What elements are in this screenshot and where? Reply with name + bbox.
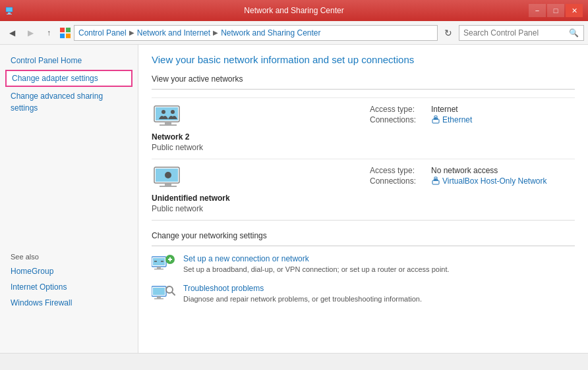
main-layout: Control Panel Home Change adapter settin…: [0, 45, 588, 353]
stat-access-type-1: Access type: Internet: [370, 105, 575, 114]
svg-rect-36: [153, 288, 165, 295]
sidebar-change-adapter[interactable]: Change adapter settings: [5, 70, 132, 87]
svg-rect-1: [8, 13, 11, 14]
setup-connection-svg: [152, 254, 175, 274]
path-control-panel[interactable]: Control Panel: [78, 28, 127, 38]
troubleshoot-svg: [152, 284, 175, 304]
search-input[interactable]: [463, 28, 569, 38]
svg-rect-30: [157, 267, 161, 269]
close-button[interactable]: ✕: [566, 4, 583, 17]
forward-button[interactable]: ▶: [22, 25, 38, 41]
virtualbox-text[interactable]: VirtualBox Host-Only Network: [442, 176, 547, 186]
ethernet-text[interactable]: Ethernet: [442, 115, 472, 124]
network-stats-2: Access type: No network access Connectio…: [370, 166, 575, 213]
window-controls: − □ ✕: [529, 4, 583, 17]
svg-rect-0: [6, 7, 13, 12]
svg-line-40: [172, 292, 175, 295]
up-button[interactable]: ↑: [41, 25, 57, 41]
networking-settings-title: Change your networking settings: [152, 231, 575, 240]
network-type-2: Public network: [152, 204, 357, 213]
networking-settings-section: Change your networking settings: [152, 231, 575, 305]
svg-rect-27: [434, 177, 437, 179]
content-area: View your basic network information and …: [138, 45, 588, 353]
path-sep-2: ▶: [213, 29, 218, 36]
svg-rect-6: [66, 34, 71, 38]
address-path[interactable]: Control Panel ▶ Network and Internet ▶ N…: [74, 25, 438, 41]
network-name-1: Network 2: [152, 132, 357, 142]
refresh-button[interactable]: ↻: [440, 25, 456, 41]
search-box[interactable]: 🔍: [459, 25, 584, 41]
setup-connection-item: Set up a new connection or network Set u…: [152, 254, 575, 275]
connections-label-2: Connections:: [370, 176, 426, 186]
network-monitor-icon-1: [152, 105, 185, 130]
virtualbox-icon: [431, 176, 440, 186]
back-button[interactable]: ◀: [4, 25, 20, 41]
troubleshoot-desc: Diagnose and repair network problems, or…: [183, 295, 422, 303]
stat-connections-2: Connections: VirtualBox Host-Only Networ…: [370, 176, 575, 186]
setup-connection-desc: Set up a broadband, dial-up, or VPN conn…: [183, 265, 450, 273]
svg-rect-5: [60, 34, 65, 38]
svg-rect-38: [154, 298, 163, 300]
see-also-label: See also: [0, 248, 138, 263]
svg-rect-4: [66, 28, 71, 32]
sidebar-control-panel-home[interactable]: Control Panel Home: [0, 53, 138, 68]
access-type-label-2: Access type:: [370, 166, 426, 175]
title-bar-left: [5, 5, 16, 16]
page-title: View your basic network information and …: [152, 54, 575, 65]
network-type-1: Public network: [152, 143, 357, 152]
connections-label-1: Connections:: [370, 115, 426, 124]
sidebar-internet-options[interactable]: Internet Options: [0, 279, 138, 295]
network-monitor-icon-2: [152, 166, 185, 191]
search-icon: 🔍: [569, 28, 579, 38]
divider-1: [152, 89, 575, 90]
table-row: Unidentified network Public network Acce…: [152, 159, 575, 220]
svg-rect-3: [60, 28, 65, 32]
svg-rect-12: [160, 124, 177, 126]
svg-rect-22: [160, 186, 177, 187]
status-bar: [0, 353, 588, 370]
troubleshoot-icon: [152, 284, 175, 304]
path-sep-1: ▶: [129, 29, 134, 36]
stat-access-type-2: Access type: No network access: [370, 166, 575, 175]
svg-rect-34: [169, 257, 171, 261]
setup-connection-link[interactable]: Set up a new connection or network: [183, 254, 450, 263]
setup-connection-icon: [152, 254, 175, 274]
path-network-sharing[interactable]: Network and Sharing Center: [221, 28, 320, 38]
windows-icon: [59, 27, 71, 39]
access-type-value-1: Internet: [431, 105, 458, 114]
svg-point-9: [162, 110, 165, 114]
minimize-button[interactable]: −: [529, 4, 546, 17]
stat-connections-1: Connections: Ethernet: [370, 115, 575, 124]
svg-rect-37: [157, 296, 161, 298]
network-stats-1: Access type: Internet Connections:: [370, 105, 575, 152]
svg-point-10: [171, 110, 175, 114]
table-row: Network 2 Public network Access type: In…: [152, 97, 575, 159]
network-table: Network 2 Public network Access type: In…: [152, 97, 575, 221]
window-title: Network and Sharing Center: [244, 6, 343, 15]
network-info-2: Unidentified network Public network: [152, 166, 370, 213]
app-icon: [5, 5, 16, 16]
svg-rect-2: [7, 14, 12, 14]
access-type-value-2: No network access: [431, 166, 498, 175]
title-bar: Network and Sharing Center − □ ✕: [0, 0, 588, 21]
divider-2: [152, 246, 575, 246]
troubleshoot-item: Troubleshoot problems Diagnose and repai…: [152, 284, 575, 304]
network-name-2: Unidentified network: [152, 194, 357, 203]
svg-rect-31: [154, 269, 163, 270]
network-info-1: Network 2 Public network: [152, 105, 370, 152]
sidebar: Control Panel Home Change adapter settin…: [0, 45, 138, 353]
svg-rect-17: [434, 116, 437, 118]
ethernet-link[interactable]: Ethernet: [431, 115, 472, 124]
access-type-label-1: Access type:: [370, 105, 426, 114]
maximize-button[interactable]: □: [547, 4, 564, 17]
active-networks-header: View your active networks: [152, 74, 575, 84]
troubleshoot-link[interactable]: Troubleshoot problems: [183, 284, 422, 293]
sidebar-homegroup[interactable]: HomeGroup: [0, 263, 138, 279]
virtualbox-link[interactable]: VirtualBox Host-Only Network: [431, 176, 547, 186]
address-bar: ◀ ▶ ↑ Control Panel ▶ Network and Intern…: [0, 21, 588, 45]
sidebar-windows-firewall[interactable]: Windows Firewall: [0, 295, 138, 311]
sidebar-change-advanced-sharing[interactable]: Change advanced sharing settings: [0, 88, 138, 116]
path-network-internet[interactable]: Network and Internet: [137, 28, 210, 38]
ethernet-icon: [431, 115, 440, 124]
svg-point-20: [165, 172, 171, 178]
